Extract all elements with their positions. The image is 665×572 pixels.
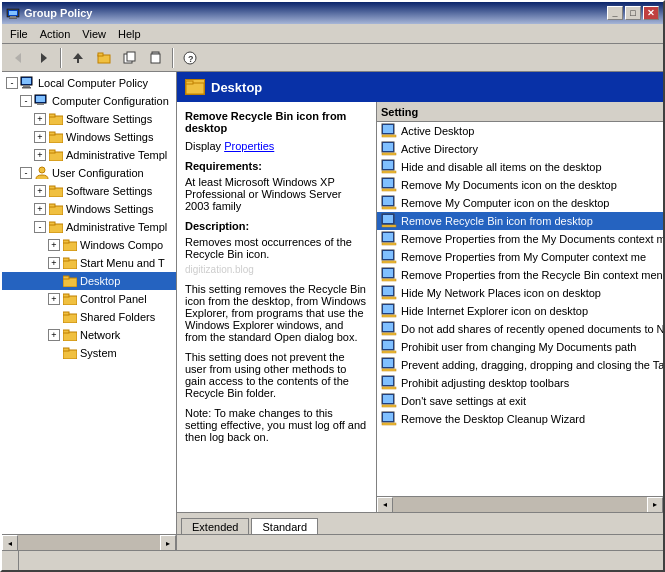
list-item-remove-my-docs[interactable]: Remove My Documents icon on the desktop — [377, 176, 663, 194]
hscroll-track[interactable] — [393, 497, 647, 513]
tree-item-shared-folders[interactable]: Shared Folders — [2, 308, 176, 326]
hscroll-right-btn[interactable]: ▸ — [647, 497, 663, 513]
item-icon-5 — [381, 213, 397, 229]
expand-windows-1[interactable]: + — [34, 131, 46, 143]
detail-requirements-title: Requirements: — [185, 160, 368, 172]
up-button[interactable] — [66, 47, 90, 69]
list-item-hide-items[interactable]: Hide and disable all items on the deskto… — [377, 158, 663, 176]
svg-marker-5 — [15, 53, 21, 63]
item-icon-7 — [381, 249, 397, 265]
tree-item-admin-templ-2[interactable]: - Administrative Templ — [2, 218, 176, 236]
menu-file[interactable]: File — [4, 26, 34, 42]
tree-item-windows-settings-1[interactable]: + Windows Settings — [2, 128, 176, 146]
svg-rect-58 — [382, 153, 396, 155]
svg-rect-102 — [383, 413, 393, 421]
list-item-remove-my-computer[interactable]: Remove My Computer icon on the desktop — [377, 194, 663, 212]
tree-item-admin-templ-1[interactable]: + Administrative Templ — [2, 146, 176, 164]
list-item-prohibit-toolbars[interactable]: Prohibit adjusting desktop toolbars — [377, 374, 663, 392]
toolbar-sep-1 — [60, 48, 62, 68]
list-content[interactable]: Active Desktop Active Directory — [377, 122, 663, 496]
item-icon-9 — [381, 285, 397, 301]
help-button[interactable]: ? — [178, 47, 202, 69]
tree-item-software-settings-1[interactable]: + Software Settings — [2, 110, 176, 128]
list-item-remove-props-docs[interactable]: Remove Properties from the My Documents … — [377, 230, 663, 248]
list-item-remove-recycle-bin[interactable]: Remove Recycle Bin icon from desktop — [377, 212, 663, 230]
svg-rect-87 — [383, 323, 393, 331]
right-panel: Desktop Remove Recycle Bin icon from des… — [177, 72, 663, 534]
expand-user-config[interactable]: - — [20, 167, 32, 179]
list-item-active-desktop[interactable]: Active Desktop — [377, 122, 663, 140]
expand-windows-compo[interactable]: + — [48, 239, 60, 251]
left-hscrollbar[interactable]: ◂ ▸ — [2, 535, 177, 550]
tree-item-system[interactable]: System — [2, 344, 176, 362]
folder-icon-ws1 — [48, 129, 64, 145]
expand-admin-2[interactable]: - — [34, 221, 46, 233]
list-item-remove-props-computer[interactable]: Remove Properties from My Computer conte… — [377, 248, 663, 266]
tree-item-software-settings-2[interactable]: + Software Settings — [2, 182, 176, 200]
left-scroll-left[interactable]: ◂ — [2, 535, 18, 551]
svg-rect-70 — [382, 225, 396, 227]
close-button[interactable]: ✕ — [643, 6, 659, 20]
list-label-15: Don't save settings at exit — [401, 395, 526, 407]
detail-properties-link[interactable]: Properties — [224, 140, 274, 152]
expand-local-policy[interactable]: - — [6, 77, 18, 89]
expand-start-menu[interactable]: + — [48, 257, 60, 269]
svg-rect-42 — [63, 276, 69, 279]
list-item-prohibit-user-docs[interactable]: Prohibit user from changing My Documents… — [377, 338, 663, 356]
list-item-do-not-add-shares[interactable]: Do not add shares of recently opened doc… — [377, 320, 663, 338]
list-item-prevent-adding[interactable]: Prevent adding, dragging, dropping and c… — [377, 356, 663, 374]
tab-standard[interactable]: Standard — [251, 518, 318, 534]
copy-button[interactable] — [118, 47, 142, 69]
expand-windows-2[interactable]: + — [34, 203, 46, 215]
tree-item-control-panel[interactable]: + Control Panel — [2, 290, 176, 308]
right-body: Remove Recycle Bin icon from desktop Dis… — [177, 102, 663, 512]
expand-network[interactable]: + — [48, 329, 60, 341]
left-scroll-track[interactable] — [18, 535, 160, 550]
forward-button[interactable] — [32, 47, 56, 69]
list-item-remove-props-recycle[interactable]: Remove Properties from the Recycle Bin c… — [377, 266, 663, 284]
list-item-remove-cleanup-wizard[interactable]: Remove the Desktop Cleanup Wizard — [377, 410, 663, 428]
tree-item-start-menu[interactable]: + Start Menu and T — [2, 254, 176, 272]
folder-icon-sm — [62, 255, 78, 271]
tree-item-computer-configuration[interactable]: - Computer Configuration — [2, 92, 176, 110]
list-item-dont-save-settings[interactable]: Don't save settings at exit — [377, 392, 663, 410]
menu-help[interactable]: Help — [112, 26, 147, 42]
list-label-8: Remove Properties from the Recycle Bin c… — [401, 269, 663, 281]
tree-item-user-configuration[interactable]: - User Configuration — [2, 164, 176, 182]
svg-rect-40 — [63, 258, 69, 261]
maximize-button[interactable]: □ — [625, 6, 641, 20]
svg-rect-78 — [383, 269, 393, 277]
list-item-hide-network[interactable]: Hide My Network Places icon on desktop — [377, 284, 663, 302]
expand-software-2[interactable]: + — [34, 185, 46, 197]
menu-view[interactable]: View — [76, 26, 112, 42]
svg-point-30 — [39, 167, 45, 173]
list-hscrollbar[interactable]: ◂ ▸ — [377, 496, 663, 512]
tree-item-windows-settings-2[interactable]: + Windows Settings — [2, 200, 176, 218]
expand-control-panel[interactable]: + — [48, 293, 60, 305]
tree-item-network[interactable]: + Network — [2, 326, 176, 344]
paste-button[interactable] — [144, 47, 168, 69]
list-item-active-directory[interactable]: Active Directory — [377, 140, 663, 158]
tab-extended[interactable]: Extended — [181, 518, 249, 534]
tree-item-local-computer-policy[interactable]: - Local Computer Policy — [2, 74, 176, 92]
list-item-hide-ie[interactable]: Hide Internet Explorer icon on desktop — [377, 302, 663, 320]
expand-computer-config[interactable]: - — [20, 95, 32, 107]
tree-label-windows-settings-2: Windows Settings — [66, 203, 153, 215]
detail-note: Note: To make changes to this setting ef… — [185, 407, 368, 443]
window-title: Group Policy — [24, 7, 92, 19]
expand-admin-1[interactable]: + — [34, 149, 46, 161]
expand-software-1[interactable]: + — [34, 113, 46, 125]
tree-item-desktop[interactable]: Desktop — [2, 272, 176, 290]
tree-label-local-computer-policy: Local Computer Policy — [38, 77, 148, 89]
hscroll-left-btn[interactable]: ◂ — [377, 497, 393, 513]
folder-icon-sys — [62, 345, 78, 361]
menu-action[interactable]: Action — [34, 26, 77, 42]
tree-item-windows-compo[interactable]: + Windows Compo — [2, 236, 176, 254]
statusbar-text — [6, 551, 19, 570]
list-label-12: Prohibit user from changing My Documents… — [401, 341, 636, 353]
folder-button[interactable] — [92, 47, 116, 69]
left-scroll-right[interactable]: ▸ — [160, 535, 176, 551]
minimize-button[interactable]: _ — [607, 6, 623, 20]
folder-icon-desktop — [62, 273, 78, 289]
back-button[interactable] — [6, 47, 30, 69]
